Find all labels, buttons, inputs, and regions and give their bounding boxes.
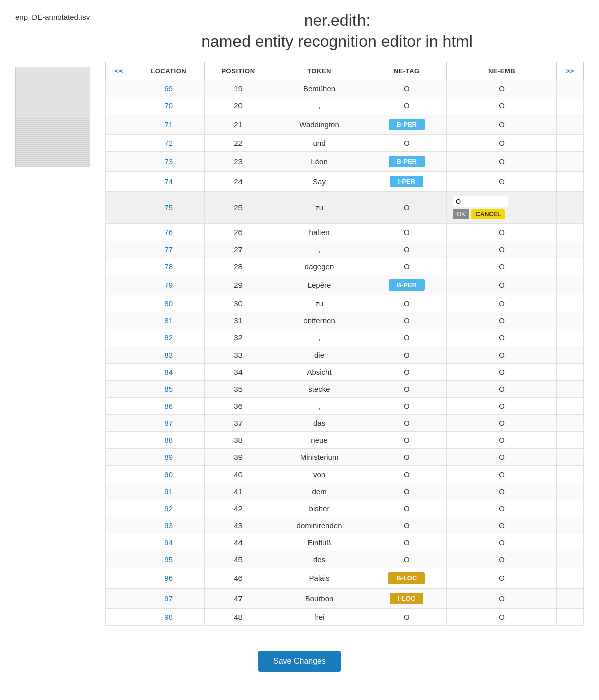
location-cell[interactable]: 92 xyxy=(133,500,204,517)
location-cell[interactable]: 77 xyxy=(133,241,204,258)
neemb-cell[interactable]: O xyxy=(446,241,556,258)
netag-cell[interactable]: B-LOC xyxy=(367,568,446,589)
location-cell[interactable]: 91 xyxy=(133,483,204,500)
neemb-cell[interactable]: O xyxy=(446,114,556,135)
location-cell[interactable]: 90 xyxy=(133,466,204,483)
neemb-cell[interactable]: O xyxy=(446,415,556,432)
neemb-cell[interactable]: O xyxy=(446,346,556,364)
neemb-cell[interactable]: O xyxy=(446,381,556,398)
location-cell[interactable]: 89 xyxy=(133,449,204,466)
netag-cell[interactable]: O xyxy=(367,398,446,415)
neemb-cell[interactable]: O xyxy=(446,80,556,97)
netag-cell[interactable]: O xyxy=(367,295,446,312)
netag-cell[interactable]: O xyxy=(367,97,446,114)
netag-cell[interactable]: O xyxy=(367,381,446,398)
token-cell: Absicht xyxy=(272,364,367,381)
neemb-cell[interactable]: O xyxy=(446,534,556,551)
location-cell[interactable]: 94 xyxy=(133,534,204,551)
netag-cell[interactable]: I-LOC xyxy=(367,589,446,609)
location-cell[interactable]: 87 xyxy=(133,415,204,432)
neemb-cell[interactable]: O xyxy=(446,466,556,483)
location-cell[interactable]: 73 xyxy=(133,152,204,172)
netag-cell[interactable]: O xyxy=(367,258,446,275)
netag-cell[interactable]: B-PER xyxy=(367,152,446,172)
neemb-cell[interactable]: O xyxy=(446,449,556,466)
location-cell[interactable]: 88 xyxy=(133,432,204,449)
netag-cell[interactable]: O xyxy=(367,483,446,500)
netag-cell[interactable]: B-PER xyxy=(367,114,446,135)
location-cell[interactable]: 78 xyxy=(133,258,204,275)
table-row: 8232,OO xyxy=(106,329,584,346)
location-cell[interactable]: 95 xyxy=(133,551,204,568)
netag-cell[interactable]: O xyxy=(367,500,446,517)
neemb-cell[interactable]: O xyxy=(446,224,556,241)
netag-cell[interactable]: O xyxy=(367,80,446,97)
neemb-cell[interactable]: O xyxy=(446,295,556,312)
location-cell[interactable]: 93 xyxy=(133,517,204,534)
location-cell[interactable]: 74 xyxy=(133,172,204,192)
neemb-cell[interactable]: O xyxy=(446,275,556,295)
netag-cell[interactable]: O xyxy=(367,346,446,364)
neemb-cell[interactable]: O xyxy=(446,364,556,381)
location-cell[interactable]: 84 xyxy=(133,364,204,381)
neemb-cell[interactable]: O xyxy=(446,152,556,172)
neemb-cell[interactable]: O xyxy=(446,568,556,589)
edit-ok-button[interactable]: OK xyxy=(453,209,469,219)
netag-cell[interactable]: O xyxy=(367,364,446,381)
netag-cell[interactable]: O xyxy=(367,415,446,432)
neemb-cell[interactable]: O xyxy=(446,551,556,568)
netag-cell[interactable]: O xyxy=(367,224,446,241)
neemb-cell[interactable]: O xyxy=(446,517,556,534)
location-cell[interactable]: 69 xyxy=(133,80,204,97)
location-cell[interactable]: 85 xyxy=(133,381,204,398)
netag-cell[interactable]: O xyxy=(367,449,446,466)
location-cell[interactable]: 96 xyxy=(133,568,204,589)
neemb-edit-input[interactable] xyxy=(453,196,508,207)
netag-cell[interactable]: O xyxy=(367,135,446,152)
netag-cell[interactable]: O xyxy=(367,192,446,224)
netag-cell[interactable]: O xyxy=(367,609,446,626)
location-cell[interactable]: 86 xyxy=(133,398,204,415)
edit-cancel-button[interactable]: CANCEL xyxy=(471,209,505,219)
neemb-cell[interactable]: O xyxy=(446,589,556,609)
neemb-cell[interactable]: O xyxy=(446,483,556,500)
location-cell[interactable]: 76 xyxy=(133,224,204,241)
location-cell[interactable]: 81 xyxy=(133,312,204,329)
location-cell[interactable]: 80 xyxy=(133,295,204,312)
location-cell[interactable]: 71 xyxy=(133,114,204,135)
netag-cell[interactable]: B-PER xyxy=(367,275,446,295)
neemb-cell[interactable]: O xyxy=(446,432,556,449)
neemb-cell[interactable]: O xyxy=(446,500,556,517)
location-cell[interactable]: 72 xyxy=(133,135,204,152)
neemb-cell[interactable]: O xyxy=(446,135,556,152)
location-cell[interactable]: 82 xyxy=(133,329,204,346)
netag-cell[interactable]: O xyxy=(367,432,446,449)
location-cell[interactable]: 97 xyxy=(133,589,204,609)
prev-nav-button[interactable]: << xyxy=(106,62,133,80)
location-cell[interactable]: 79 xyxy=(133,275,204,295)
neemb-cell[interactable]: O xyxy=(446,329,556,346)
netag-cell[interactable]: O xyxy=(367,551,446,568)
neemb-cell[interactable]: O xyxy=(446,97,556,114)
neemb-cell[interactable]: O xyxy=(446,609,556,626)
location-cell[interactable]: 83 xyxy=(133,346,204,364)
save-changes-button[interactable]: Save Changes xyxy=(258,651,341,672)
next-nav-button[interactable]: >> xyxy=(557,62,584,80)
neemb-cell[interactable]: O xyxy=(446,172,556,192)
position-cell: 37 xyxy=(204,415,272,432)
netag-cell[interactable]: O xyxy=(367,466,446,483)
netag-cell[interactable]: O xyxy=(367,312,446,329)
netag-cell[interactable]: O xyxy=(367,517,446,534)
location-cell[interactable]: 70 xyxy=(133,97,204,114)
position-cell: 46 xyxy=(204,568,272,589)
netag-cell[interactable]: O xyxy=(367,241,446,258)
netag-cell[interactable]: I-PER xyxy=(367,172,446,192)
neemb-cell[interactable]: O xyxy=(446,398,556,415)
neemb-cell[interactable]: OKCANCEL xyxy=(446,192,556,224)
neemb-cell[interactable]: O xyxy=(446,312,556,329)
location-cell[interactable]: 75 xyxy=(133,192,204,224)
neemb-cell[interactable]: O xyxy=(446,258,556,275)
netag-cell[interactable]: O xyxy=(367,534,446,551)
netag-cell[interactable]: O xyxy=(367,329,446,346)
location-cell[interactable]: 98 xyxy=(133,609,204,626)
